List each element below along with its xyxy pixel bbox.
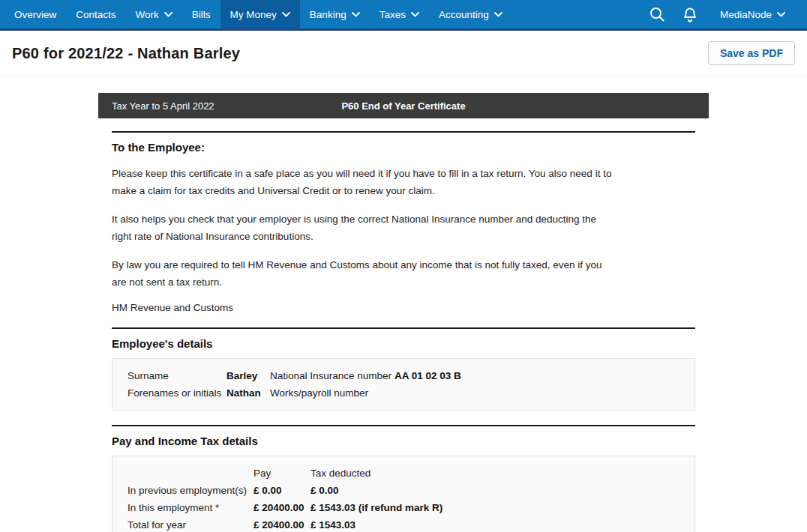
row-label: In this employment * (128, 499, 254, 516)
pay-value: £ 20400.00 (254, 499, 310, 516)
ni-number-value: AA 01 02 03 B (394, 367, 680, 384)
save-as-pdf-button[interactable]: Save as PDF (708, 41, 795, 65)
pay-table-row: Total for year £ 20400.00 £ 1543.03 (128, 516, 680, 532)
nav-item-label: Taxes (380, 9, 406, 20)
pay-details-heading: Pay and Income Tax details (112, 435, 695, 447)
notifications-button[interactable] (677, 1, 703, 27)
top-nav-bar: Overview Contacts Work Bills My Money Ba… (0, 0, 807, 31)
chevron-down-icon (494, 12, 502, 17)
surname-label: Surname (128, 367, 226, 384)
to-employee-paragraph-1: Please keep this certificate in a safe p… (112, 165, 629, 199)
chevron-down-icon (411, 12, 419, 17)
forenames-value: Nathan (226, 384, 270, 402)
row-label: In previous employment(s) (128, 482, 254, 499)
tax-deducted-column-header: Tax deducted (310, 465, 680, 482)
page-title: P60 for 2021/22 - Nathan Barley (12, 45, 240, 62)
works-payroll-label: Works/payroll number (270, 384, 394, 402)
p60-document-header: P60 End of Year Certificate Tax Year to … (98, 93, 709, 118)
account-name: MediaNode (720, 9, 772, 20)
nav-item-label: Contacts (76, 9, 116, 20)
surname-value: Barley (226, 367, 270, 384)
to-employee-paragraph-2: It also helps you check that your employ… (112, 211, 629, 245)
to-employee-heading: To the Employee: (112, 141, 695, 154)
nav-item-bills[interactable]: Bills (182, 0, 220, 28)
pay-table-row: In previous employment(s) £ 0.00 £ 0.00 (128, 482, 680, 499)
nav-item-overview[interactable]: Overview (4, 0, 66, 28)
nav-item-label: Banking (310, 9, 346, 20)
nav-item-label: Accounting (439, 9, 489, 20)
nav-item-my-money[interactable]: My Money (220, 0, 300, 28)
divider (112, 425, 695, 426)
chevron-down-icon (352, 12, 360, 17)
forenames-label: Forenames or initials (128, 384, 226, 402)
to-employee-paragraph-3: By law you are required to tell HM Reven… (112, 256, 629, 291)
hmrc-signoff: HM Revenue and Customs (112, 302, 695, 313)
nav-item-label: Bills (192, 9, 211, 20)
pay-details-panel: Pay Tax deducted In previous employment(… (112, 456, 695, 532)
ni-number-label: National Insurance number (270, 367, 394, 384)
pay-column-header: Pay (254, 465, 310, 482)
bell-icon (682, 7, 698, 22)
nav-items: Overview Contacts Work Bills My Money Ba… (4, 0, 512, 28)
pay-table-row: In this employment * £ 20400.00 £ 1543.0… (128, 499, 680, 516)
nav-item-banking[interactable]: Banking (300, 0, 370, 28)
p60-document-body: To the Employee: Please keep this certif… (98, 131, 709, 532)
employee-details-row: Forenames or initials Nathan Works/payro… (128, 384, 680, 402)
chevron-down-icon (777, 12, 785, 17)
divider (112, 131, 695, 133)
nav-item-accounting[interactable]: Accounting (429, 0, 512, 28)
divider (112, 327, 695, 329)
nav-item-label: Overview (14, 9, 56, 20)
page-header: P60 for 2021/22 - Nathan Barley Save as … (0, 31, 807, 76)
pay-value: £ 0.00 (254, 482, 310, 499)
p60-document: P60 End of Year Certificate Tax Year to … (98, 93, 709, 532)
nav-right-controls: MediaNode (644, 0, 802, 28)
chevron-down-icon (282, 12, 290, 17)
nav-item-contacts[interactable]: Contacts (66, 0, 125, 28)
nav-item-taxes[interactable]: Taxes (370, 0, 429, 28)
row-label: Total for year (128, 516, 254, 532)
employee-details-panel: Surname Barley National Insurance number… (112, 358, 695, 411)
pay-value: £ 20400.00 (254, 516, 310, 532)
search-icon (649, 6, 665, 22)
employee-details-row: Surname Barley National Insurance number… (128, 367, 680, 384)
chevron-down-icon (164, 12, 172, 17)
nav-item-label: My Money (230, 9, 277, 20)
employee-details-heading: Employee's details (112, 337, 695, 350)
search-button[interactable] (644, 1, 670, 27)
nav-item-work[interactable]: Work (126, 0, 182, 28)
tax-value: £ 1543.03 (310, 516, 680, 532)
pay-table-header-row: Pay Tax deducted (128, 465, 680, 482)
tax-year-label: Tax Year to 5 April 2022 (112, 100, 214, 112)
tax-value: £ 1543.03 (if refund mark R) (310, 499, 680, 516)
tax-value: £ 0.00 (310, 482, 680, 499)
account-menu[interactable]: MediaNode (710, 9, 795, 20)
nav-item-label: Work (136, 9, 159, 20)
